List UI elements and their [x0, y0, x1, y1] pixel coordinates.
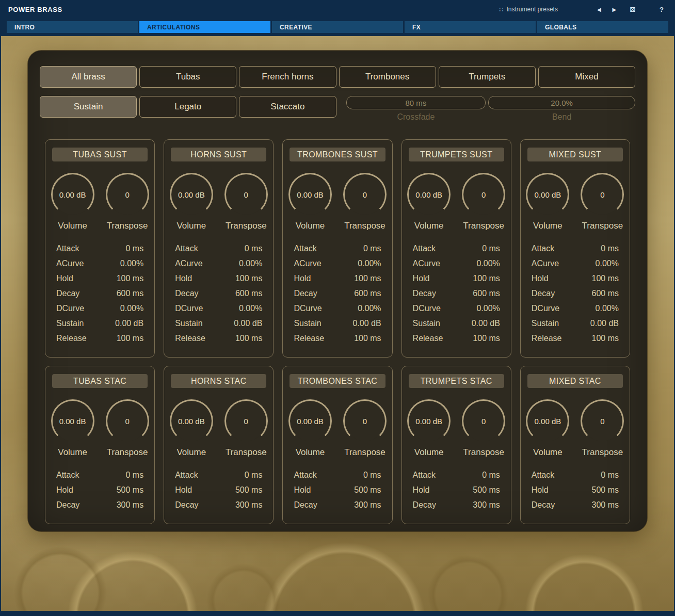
param-value[interactable]: 0.00% — [239, 301, 262, 316]
param-row[interactable]: Decay 600 ms — [175, 286, 262, 301]
param-row[interactable]: Release 100 ms — [175, 331, 262, 346]
param-value[interactable]: 0.00% — [476, 301, 500, 316]
help-icon[interactable]: ? — [656, 5, 667, 14]
transpose-knob-ring[interactable]: 0 — [581, 173, 624, 216]
volume-knob-ring[interactable]: 0.00 dB — [170, 399, 213, 443]
ensemble-button-all-brass[interactable]: All brass — [40, 66, 137, 88]
articulation-button-staccato[interactable]: Staccato — [239, 96, 336, 118]
card-title[interactable]: TROMBONES STAC — [290, 374, 385, 388]
param-row[interactable]: DCurve 0.00% — [294, 301, 381, 316]
param-value[interactable]: 500 ms — [473, 482, 500, 497]
ensemble-button-mixed[interactable]: Mixed — [538, 66, 635, 88]
param-value[interactable]: 600 ms — [592, 286, 619, 301]
volume-knob[interactable]: 0.00 dB Volume — [169, 399, 214, 458]
transpose-knob-ring[interactable]: 0 — [462, 173, 505, 216]
param-row[interactable]: ACurve 0.00% — [294, 256, 381, 271]
param-value[interactable]: 300 ms — [473, 497, 500, 512]
param-row[interactable]: Sustain 0.00 dB — [532, 316, 619, 331]
param-value[interactable]: 0.00% — [358, 301, 381, 316]
volume-knob-ring[interactable]: 0.00 dB — [526, 173, 569, 216]
resize-icon[interactable]: ⊠ — [626, 4, 639, 14]
volume-knob-ring[interactable]: 0.00 dB — [170, 173, 213, 216]
volume-knob[interactable]: 0.00 dB Volume — [287, 399, 333, 458]
param-row[interactable]: Sustain 0.00 dB — [294, 316, 381, 331]
param-row[interactable]: Attack 0 ms — [56, 467, 143, 482]
param-value[interactable]: 600 ms — [473, 286, 500, 301]
param-row[interactable]: Attack 0 ms — [175, 467, 262, 482]
param-row[interactable]: Attack 0 ms — [294, 467, 381, 482]
param-row[interactable]: DCurve 0.00% — [413, 301, 500, 316]
param-value[interactable]: 100 ms — [117, 271, 143, 286]
transpose-knob[interactable]: 0 Transpose — [461, 399, 506, 458]
transpose-knob-ring[interactable]: 0 — [581, 399, 624, 443]
ensemble-button-tubas[interactable]: Tubas — [139, 66, 236, 88]
param-value[interactable]: 0.00% — [596, 301, 619, 316]
volume-knob-ring[interactable]: 0.00 dB — [288, 399, 332, 443]
param-value[interactable]: 0.00 dB — [590, 316, 619, 331]
transpose-knob-ring[interactable]: 0 — [343, 173, 387, 216]
param-value[interactable]: 0.00 dB — [115, 316, 143, 331]
param-value[interactable]: 100 ms — [117, 331, 143, 346]
param-row[interactable]: ACurve 0.00% — [532, 256, 619, 271]
tab-articulations[interactable]: ARTICULATIONS — [139, 21, 270, 33]
param-value[interactable]: 0 ms — [363, 467, 381, 482]
param-value[interactable]: 600 ms — [354, 286, 381, 301]
param-value[interactable]: 500 ms — [354, 482, 381, 497]
param-value[interactable]: 0 ms — [363, 241, 381, 256]
param-row[interactable]: Decay 300 ms — [532, 497, 619, 512]
card-title[interactable]: TUBAS STAC — [52, 374, 148, 388]
articulation-button-sustain[interactable]: Sustain — [40, 96, 137, 118]
ensemble-button-trumpets[interactable]: Trumpets — [439, 66, 536, 88]
crossfade-slider[interactable]: 80 ms — [346, 96, 486, 109]
next-preset-icon[interactable]: ▶ — [609, 6, 620, 13]
param-value[interactable]: 0 ms — [245, 241, 263, 256]
param-value[interactable]: 0.00 dB — [234, 316, 262, 331]
param-row[interactable]: Hold 500 ms — [175, 482, 262, 497]
volume-knob[interactable]: 0.00 dB Volume — [50, 173, 95, 231]
param-value[interactable]: 100 ms — [592, 271, 619, 286]
param-row[interactable]: ACurve 0.00% — [175, 256, 262, 271]
bend-slider[interactable]: 20.0% — [488, 96, 635, 109]
param-value[interactable]: 0.00% — [358, 256, 381, 271]
card-title[interactable]: TUBAS SUST — [52, 148, 148, 161]
param-value[interactable]: 0.00% — [120, 256, 143, 271]
param-row[interactable]: Hold 100 ms — [294, 271, 381, 286]
volume-knob[interactable]: 0.00 dB Volume — [406, 173, 452, 231]
param-row[interactable]: Sustain 0.00 dB — [175, 316, 262, 331]
param-row[interactable]: Sustain 0.00 dB — [413, 316, 500, 331]
transpose-knob[interactable]: 0 Transpose — [342, 399, 388, 458]
transpose-knob-ring[interactable]: 0 — [106, 399, 149, 443]
param-row[interactable]: Decay 300 ms — [294, 497, 381, 512]
param-row[interactable]: DCurve 0.00% — [56, 301, 143, 316]
param-row[interactable]: Sustain 0.00 dB — [56, 316, 143, 331]
param-row[interactable]: Release 100 ms — [532, 331, 619, 346]
tab-intro[interactable]: INTRO — [7, 21, 138, 33]
param-value[interactable]: 100 ms — [592, 331, 619, 346]
param-row[interactable]: Hold 100 ms — [413, 271, 500, 286]
param-row[interactable]: Decay 300 ms — [56, 497, 143, 512]
volume-knob[interactable]: 0.00 dB Volume — [525, 173, 570, 231]
param-value[interactable]: 500 ms — [235, 482, 262, 497]
card-title[interactable]: TRUMPETS STAC — [409, 374, 504, 388]
volume-knob[interactable]: 0.00 dB Volume — [287, 173, 333, 231]
param-value[interactable]: 500 ms — [592, 482, 619, 497]
param-value[interactable]: 0 ms — [601, 241, 619, 256]
instrument-presets-button[interactable]: ∷ Instrument presets — [499, 6, 558, 13]
volume-knob-ring[interactable]: 0.00 dB — [407, 399, 451, 443]
volume-knob[interactable]: 0.00 dB Volume — [406, 399, 452, 458]
ensemble-button-french-horns[interactable]: French horns — [239, 66, 336, 88]
param-row[interactable]: ACurve 0.00% — [413, 256, 500, 271]
volume-knob-ring[interactable]: 0.00 dB — [51, 399, 94, 443]
transpose-knob-ring[interactable]: 0 — [343, 399, 387, 443]
card-title[interactable]: HORNS SUST — [171, 148, 266, 161]
param-row[interactable]: Attack 0 ms — [294, 241, 381, 256]
transpose-knob[interactable]: 0 Transpose — [461, 173, 506, 231]
param-value[interactable]: 500 ms — [117, 482, 143, 497]
param-row[interactable]: Attack 0 ms — [413, 467, 500, 482]
param-row[interactable]: Hold 500 ms — [56, 482, 143, 497]
param-row[interactable]: Decay 600 ms — [56, 286, 143, 301]
param-value[interactable]: 0 ms — [126, 467, 144, 482]
card-title[interactable]: TROMBONES SUST — [290, 148, 385, 161]
param-row[interactable]: Hold 500 ms — [532, 482, 619, 497]
param-value[interactable]: 300 ms — [117, 497, 143, 512]
